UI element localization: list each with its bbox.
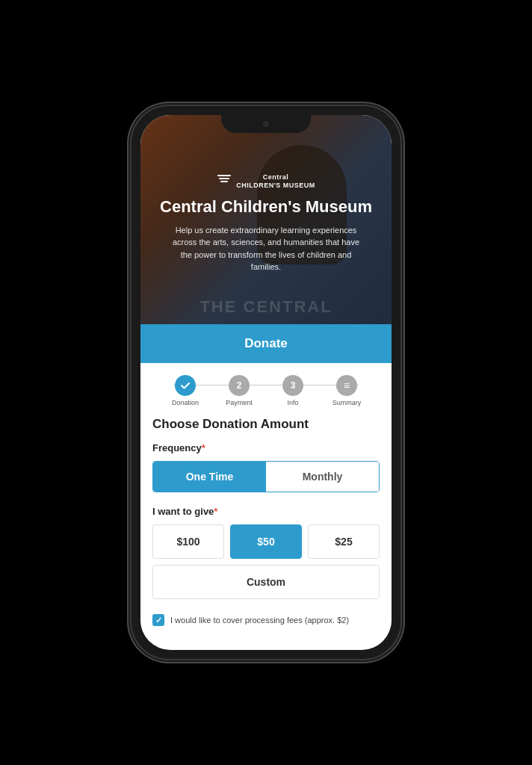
amount-50-button[interactable]: $50 (230, 524, 302, 559)
step-payment: 2 Payment (212, 375, 266, 406)
stepper: Donation 2 Payment 3 Info ≡ Summary (152, 363, 380, 412)
monthly-button[interactable]: Monthly (266, 462, 379, 492)
step-1-circle (175, 375, 196, 396)
step-4-label: Summary (332, 399, 362, 406)
step-4-circle: ≡ (336, 375, 357, 396)
step-2-label: Payment (226, 399, 253, 406)
phone-frame: Central CHILDREN'S MUSEUM Central Childr… (132, 106, 400, 659)
give-required-asterisk: * (214, 506, 217, 517)
logo-bar-1 (217, 175, 231, 176)
frequency-toggle: One Time Monthly (152, 461, 380, 492)
processing-fee-label: I would like to cover processing fees (a… (170, 616, 349, 625)
step-info: 3 Info (266, 375, 320, 406)
custom-button[interactable]: Custom (152, 565, 380, 599)
step-3-circle: 3 (282, 375, 303, 396)
frequency-label: Frequency* (152, 442, 380, 453)
amount-25-button[interactable]: $25 (308, 524, 380, 559)
processing-fee-row: I would like to cover processing fees (a… (152, 614, 380, 626)
donate-button[interactable]: Donate (140, 324, 392, 363)
step-2-circle: 2 (229, 375, 250, 396)
logo-bar-3 (220, 181, 228, 182)
step-3-label: Info (287, 399, 298, 406)
processing-fee-checkbox[interactable] (152, 614, 164, 626)
step-donation: Donation (158, 375, 212, 406)
required-asterisk: * (202, 442, 205, 453)
phone-screen: Central CHILDREN'S MUSEUM Central Childr… (140, 115, 392, 650)
amount-grid: $100 $50 $25 (152, 524, 380, 559)
hero-watermark: The Central (140, 297, 392, 317)
step-1-label: Donation (172, 399, 199, 406)
logo-text: Central CHILDREN'S MUSEUM (236, 173, 315, 190)
hero-section: Central CHILDREN'S MUSEUM Central Childr… (140, 115, 392, 324)
one-time-button[interactable]: One Time (153, 462, 266, 492)
amount-100-button[interactable]: $100 (152, 524, 224, 559)
hero-content: Central CHILDREN'S MUSEUM Central Childr… (140, 115, 392, 324)
main-content: Donate Donation 2 Payment (140, 324, 392, 641)
step-summary: ≡ Summary (320, 375, 374, 406)
logo-area: Central CHILDREN'S MUSEUM (217, 173, 315, 190)
hero-subtitle: Help us create extraordinary learning ex… (169, 224, 363, 273)
section-heading: Choose Donation Amount (152, 417, 380, 432)
logo-icon (217, 175, 232, 188)
logo-bar-2 (219, 178, 229, 179)
hero-title: Central Children's Museum (160, 197, 372, 217)
phone-notch (221, 115, 311, 133)
screen-content: Central CHILDREN'S MUSEUM Central Childr… (140, 115, 392, 650)
give-label: I want to give* (152, 506, 380, 517)
